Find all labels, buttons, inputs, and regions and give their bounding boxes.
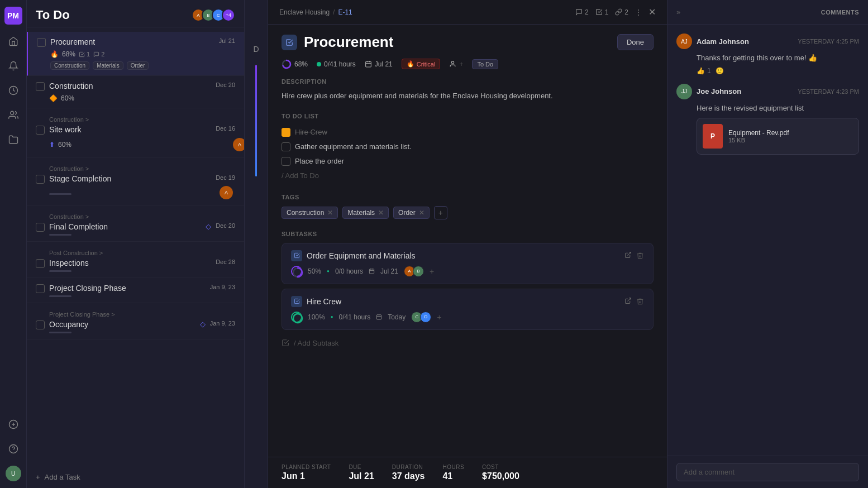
task-date-construction: Dec 20 <box>216 82 235 88</box>
task-subtask-count: 1 <box>79 51 90 58</box>
add-todo-label: / Add To Do <box>282 171 319 180</box>
comments-panel: » COMMENTS AJ Adam Johnson YESTERDAY 4:2… <box>667 0 868 488</box>
sidebar-bell-icon[interactable] <box>6 58 21 74</box>
task-fire-icon: 🔥 <box>50 50 59 58</box>
task-checkbox-project-closing[interactable] <box>36 284 45 293</box>
task-panel-actions: A B C +4 <box>192 8 235 22</box>
tag-chip-order: Order ✕ <box>393 207 430 219</box>
sidebar-home-icon[interactable] <box>6 34 21 49</box>
progress-ring-svg <box>282 59 292 69</box>
tag-remove-construction[interactable]: ✕ <box>327 209 333 217</box>
reaction-count-0: 1 <box>707 67 711 75</box>
task-item-inspections[interactable]: Post Construction > Inspections Dec 28 <box>27 242 244 278</box>
comments-list: AJ Adam Johnson YESTERDAY 4:25 PM Thanks… <box>667 25 868 456</box>
add-assignee-icon[interactable]: + <box>459 60 463 68</box>
task-checkbox-final-completion[interactable] <box>36 223 45 232</box>
sidebar-help-icon[interactable] <box>6 441 21 457</box>
subtask-external-0[interactable] <box>624 251 632 260</box>
todo-check-1[interactable] <box>282 142 290 151</box>
reaction-like-0[interactable]: 👍 1 <box>697 67 711 75</box>
task-checkbox-procurement[interactable] <box>37 38 46 47</box>
tag-remove-order[interactable]: ✕ <box>419 209 425 217</box>
task-checkbox-construction[interactable] <box>36 82 45 91</box>
user-avatar[interactable]: U <box>6 466 21 481</box>
task-name-final-completion: Final Completion <box>49 222 199 231</box>
cost-label: COST <box>482 464 519 470</box>
tag-remove-materials[interactable]: ✕ <box>378 209 384 217</box>
diamond-icon-occupancy: ◇ <box>200 320 206 328</box>
task-checkbox-inspections[interactable] <box>36 259 45 268</box>
attachment-info-1: Equipment - Rev.pdf 15 KB <box>728 129 789 143</box>
dot-green <box>317 62 321 66</box>
comment-item-0: AJ Adam Johnson YESTERDAY 4:25 PM Thanks… <box>676 34 859 75</box>
footer-cost: COST $750,000 <box>482 464 519 481</box>
task-item-construction[interactable]: Construction Dec 20 🔶 60% <box>27 76 244 108</box>
subtask-item-0: Order Equipment and Materials 50% ● 0/0 … <box>282 243 654 284</box>
sidebar-clock-icon[interactable] <box>6 83 21 98</box>
todo-item-2[interactable]: Place the order <box>282 154 654 169</box>
todo-item-0[interactable]: Hire Crew <box>282 125 654 140</box>
subtask-add-assignee-1[interactable]: + <box>437 313 441 322</box>
subtask-add-assignee-0[interactable]: + <box>430 267 434 276</box>
section-label-final-completion: Construction > <box>49 213 226 220</box>
subtask-delete-1[interactable] <box>636 298 644 305</box>
add-subtask-button[interactable]: / Add Subtask <box>282 334 654 352</box>
todo-check-0[interactable] <box>282 128 290 137</box>
task-item-project-closing[interactable]: Project Closing Phase Jan 9, 23 <box>27 278 244 303</box>
task-title-row: Procurement Done <box>282 34 654 51</box>
task-item-stage-completion[interactable]: Construction > Stage Completion Dec 19 A <box>27 157 244 205</box>
reaction-emoji-0[interactable]: 🙂 <box>716 67 724 75</box>
subtask-external-1[interactable] <box>624 297 632 306</box>
subtask-avatars-1: C D <box>411 312 431 323</box>
comment-text-0: Thanks for getting this over to me! 👍 <box>697 52 859 64</box>
breadcrumb-sep: / <box>333 8 335 16</box>
task-item-final-completion[interactable]: Construction > Final Completion ◇ Dec 20 <box>27 205 244 242</box>
comment-attachment-1[interactable]: P Equipment - Rev.pdf 15 KB <box>697 118 859 155</box>
comment-input[interactable] <box>676 463 859 481</box>
task-panel-title: To Do <box>36 8 70 22</box>
comment-text-1: Here is the revised equipment list <box>697 103 859 114</box>
progress-bar-inspections <box>49 270 71 272</box>
task-checkbox-stage-completion[interactable] <box>36 175 45 184</box>
tag-add-button[interactable]: + <box>434 206 447 219</box>
todo-list-label: TO DO LIST <box>282 113 654 119</box>
task-progress-site-work: 60% <box>58 141 71 149</box>
description-label: DESCRIPTION <box>282 78 654 85</box>
svg-point-5 <box>9 445 17 453</box>
duration-value: 37 days <box>392 471 425 481</box>
task-comment-count: 2 <box>93 51 104 58</box>
task-name-construction: Construction <box>49 82 211 90</box>
comment-avatar-0: AJ <box>676 34 692 49</box>
task-item-occupancy[interactable]: Project Closing Phase > Occupancy ◇ Jan … <box>27 303 244 339</box>
add-todo-button[interactable]: / Add To Do <box>282 169 654 183</box>
todo-item-1[interactable]: Gather equipment and materials list. <box>282 140 654 154</box>
task-checkbox-occupancy[interactable] <box>36 320 45 329</box>
header-more-icon[interactable]: ⋮ <box>635 8 642 16</box>
narrow-column: D <box>245 0 268 488</box>
task-name-inspections: Inspections <box>49 259 211 267</box>
tags-row: Construction ✕ Materials ✕ Order ✕ + <box>282 206 654 219</box>
sidebar-folder-icon[interactable] <box>6 132 21 147</box>
subtask-attrs-1: 100% ● 0/41 hours Today C D + <box>291 312 644 323</box>
done-button[interactable]: Done <box>617 34 654 50</box>
task-date-procurement: Jul 21 <box>219 37 235 44</box>
progress-bar-project-closing <box>49 295 71 297</box>
footer-planned-start: PLANNED START Jun 1 <box>282 464 331 481</box>
task-name-project-closing: Project Closing Phase <box>49 284 206 293</box>
add-task-button[interactable]: + Add a Task <box>27 466 244 488</box>
app-logo[interactable]: PM <box>4 7 22 25</box>
subtask-avatar-1-1: D <box>420 312 431 323</box>
header-close-icon[interactable]: ✕ <box>648 7 656 17</box>
subtask-progress-text-0: 50% <box>308 267 321 275</box>
todo-text-0: Hire Crew <box>295 128 327 136</box>
attachment-size-1: 15 KB <box>728 137 789 143</box>
comments-collapse-icon[interactable]: » <box>676 8 680 16</box>
task-checkbox-site-work[interactable] <box>36 126 45 135</box>
section-label-stage-completion: Construction > <box>49 165 226 172</box>
task-item-site-work[interactable]: Construction > Site work Dec 16 ⬆ 60% A <box>27 108 244 157</box>
subtask-delete-0[interactable] <box>636 252 644 260</box>
sidebar-add-icon[interactable] <box>6 417 21 432</box>
task-item-procurement[interactable]: Procurement Jul 21 🔥 68% 1 2 Constructio… <box>27 32 244 76</box>
sidebar-users-icon[interactable] <box>6 107 21 123</box>
todo-check-2[interactable] <box>282 157 290 166</box>
